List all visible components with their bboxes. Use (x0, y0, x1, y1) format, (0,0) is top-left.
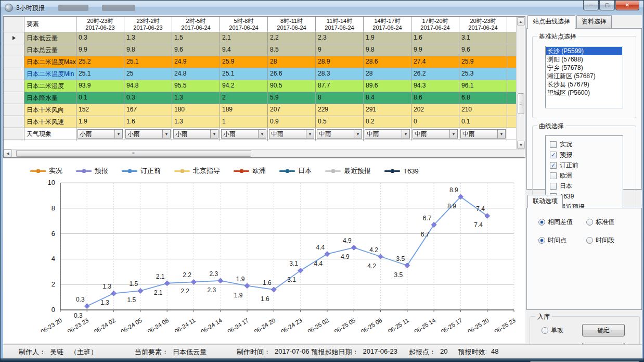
checkbox-icon[interactable] (550, 172, 557, 179)
data-cell[interactable]: 小雨▼ (172, 128, 220, 140)
chevron-down-icon[interactable]: ▼ (497, 130, 505, 138)
chevron-down-icon[interactable]: ▼ (354, 130, 362, 138)
row-selector-cell[interactable] (4, 128, 24, 140)
weather-dropdown[interactable]: 小雨▼ (173, 129, 218, 139)
row-selector-cell[interactable] (4, 68, 24, 80)
legend-item[interactable]: 预报 (76, 166, 108, 176)
weather-dropdown[interactable]: 小雨▼ (221, 129, 266, 139)
row-selector-cell[interactable] (4, 56, 24, 68)
radio-single-edit[interactable]: 单改 (542, 326, 563, 335)
scroll-up-icon[interactable]: ▲ (517, 17, 525, 26)
data-cell[interactable]: 小雨▼ (124, 128, 172, 140)
maximize-icon: ▢ (604, 3, 609, 8)
weather-dropdown[interactable]: 中雨▼ (317, 129, 362, 139)
radio-option[interactable]: 时间点 (538, 236, 586, 245)
chevron-down-icon[interactable]: ▼ (306, 130, 314, 138)
radio-icon[interactable] (538, 237, 545, 244)
scroll-left-icon[interactable]: ◀ (4, 149, 12, 157)
legend-item[interactable]: 欧洲 (234, 166, 266, 176)
title-bar[interactable]: 3小时预报 ─ ▢ ✕ (1, 1, 643, 15)
weather-dropdown[interactable]: 中雨▼ (365, 129, 410, 139)
data-cell: 28.9 (316, 56, 364, 68)
row-selector-cell[interactable] (4, 140, 24, 141)
station-list-item[interactable]: 长沙 (P5599) (546, 47, 622, 55)
data-cell: 2 (220, 92, 268, 104)
row-selector-cell[interactable] (4, 116, 24, 128)
data-cell[interactable]: 中雨▼ (364, 128, 411, 140)
checkbox-icon[interactable]: ✓ (550, 162, 557, 169)
station-list-item[interactable]: 望城区 (P5600) (546, 89, 622, 97)
station-list-item[interactable]: 长沙县 (57679) (546, 80, 622, 89)
curve-checkbox-row[interactable]: 欧洲 (550, 170, 619, 181)
row-label: 日本十米风向 (24, 104, 76, 116)
data-cell[interactable]: 小雨▼ (76, 128, 124, 140)
checkbox-icon[interactable] (550, 183, 557, 190)
vertical-scroll-thumb[interactable]: ≡ (518, 93, 524, 114)
row-selector-cell[interactable] (4, 104, 24, 116)
data-cell[interactable]: 中雨▼ (316, 128, 364, 140)
table-horizontal-scrollbar[interactable]: ◀ ≡ (4, 149, 525, 157)
radio-icon[interactable] (538, 219, 545, 226)
legend-line-swatch (234, 170, 249, 172)
tab-station-curve-select[interactable]: 站点曲线选择 (527, 15, 575, 29)
curve-checkbox-row[interactable]: 日本 (550, 181, 619, 191)
column-date: 2017-06-24 (461, 24, 505, 31)
data-cell[interactable]: 中雨▼ (459, 128, 507, 140)
confirm-button[interactable]: 确定 (582, 324, 625, 336)
close-button[interactable]: ✕ (615, 1, 639, 10)
chevron-down-icon[interactable]: ▼ (210, 130, 218, 138)
weather-dropdown[interactable]: 中雨▼ (269, 129, 314, 139)
checkbox-icon[interactable] (550, 141, 557, 148)
row-label: 天气现象 (24, 128, 76, 140)
data-label-forecast: 2.3 (209, 270, 218, 278)
curve-checkbox-row[interactable]: ✓预报 (550, 149, 619, 160)
chevron-down-icon[interactable]: ▼ (162, 130, 170, 138)
row-label: 日本低云量 (24, 32, 76, 44)
data-cell[interactable]: 小雨▼ (220, 128, 268, 140)
tab-data-select[interactable]: 资料选择 (576, 15, 612, 28)
legend-item[interactable]: T639 (384, 167, 419, 175)
data-cell[interactable]: 中雨▼ (411, 128, 459, 140)
maximize-button[interactable]: ▢ (599, 1, 615, 10)
minimize-button[interactable]: ─ (583, 1, 599, 10)
legend-item[interactable]: 北京指导 (174, 166, 220, 176)
legend-item[interactable]: 日本 (279, 166, 312, 176)
curve-checkbox-row[interactable]: ✓订正前 (550, 160, 619, 170)
row-selector-cell[interactable] (4, 44, 24, 56)
weather-dropdown[interactable]: 中雨▼ (413, 129, 458, 139)
x-axis-tick-label: 06-24 20 (253, 317, 277, 332)
radio-option[interactable]: 标准值 (586, 218, 634, 227)
station-listbox[interactable]: 长沙 (P5599)浏阳 (57688)宁乡 (57678)湘江新区 (5768… (545, 46, 623, 108)
legend-item[interactable]: 实况 (30, 166, 62, 176)
radio-option[interactable]: 相同差值 (538, 218, 586, 227)
radio-icon[interactable] (586, 219, 593, 226)
curve-checkbox-row[interactable]: 实况 (550, 139, 619, 149)
station-list-item[interactable]: 宁乡 (57678) (546, 64, 622, 72)
column-period: 20时-23时 (461, 18, 505, 24)
data-cell[interactable]: 中雨▼ (268, 128, 316, 140)
station-list-item[interactable]: 湘江新区 (57687) (546, 72, 622, 80)
radio-option[interactable]: 时间段 (586, 236, 634, 245)
row-selector-cell[interactable] (4, 92, 24, 104)
chevron-down-icon[interactable]: ▼ (449, 130, 457, 138)
weather-dropdown[interactable]: 小雨▼ (125, 129, 171, 139)
checkbox-icon[interactable]: ✓ (550, 152, 557, 158)
legend-item[interactable]: 订正前 (122, 166, 161, 176)
table-vertical-scrollbar[interactable]: ▲ ≡ ▼ (516, 17, 525, 149)
chevron-down-icon[interactable]: ▼ (114, 130, 122, 138)
weather-dropdown[interactable]: 小雨▼ (78, 129, 123, 139)
row-selector-cell[interactable] (4, 80, 24, 92)
horizontal-scroll-thumb[interactable]: ≡ (16, 150, 251, 157)
station-list-item[interactable]: 浏阳 (57688) (546, 55, 622, 64)
chevron-down-icon[interactable]: ▼ (402, 130, 409, 138)
scroll-down-icon[interactable]: ▼ (517, 141, 525, 149)
legend-item[interactable]: 最近预报 (325, 166, 371, 176)
row-selector-cell[interactable] (4, 32, 24, 44)
forecast-line-chart[interactable]: 024681006-23 2006-23 2306-24 0206-24 050… (3, 176, 524, 332)
chevron-down-icon[interactable]: ▼ (258, 130, 266, 138)
radio-icon[interactable] (542, 327, 548, 334)
radio-icon[interactable] (586, 237, 593, 244)
tab-link-options[interactable]: 联动选项 (527, 195, 563, 208)
weather-dropdown[interactable]: 中雨▼ (460, 129, 506, 139)
data-cell: 9.6 (172, 44, 220, 56)
